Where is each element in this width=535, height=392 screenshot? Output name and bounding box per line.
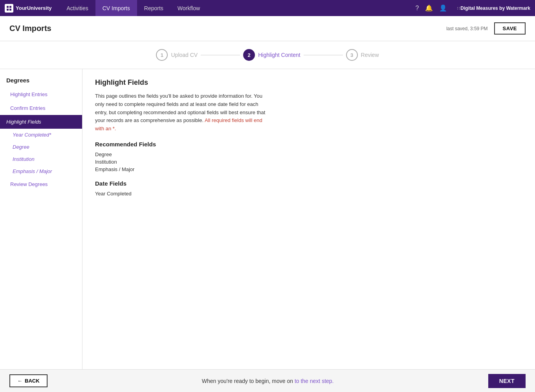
- logo-icon: [5, 4, 13, 13]
- recommended-fields-heading: Recommended Fields: [95, 141, 522, 148]
- back-button[interactable]: ← BACK: [9, 374, 48, 387]
- logo: YourUniversity: [5, 4, 52, 13]
- sidebar-item-highlight-entries[interactable]: Highlight Entries: [0, 88, 82, 101]
- sidebar-subitem-degree[interactable]: Degree: [0, 141, 82, 153]
- step-connector-2: [304, 55, 343, 55]
- stepper: 1 Upload CV 2 Highlight Content 3 Review: [0, 41, 535, 69]
- step-3-label: Review: [361, 52, 379, 58]
- footer-message: When you're ready to begin, move on to t…: [202, 378, 334, 384]
- step-1-circle: 1: [156, 49, 168, 61]
- svg-rect-3: [9, 9, 11, 11]
- recommended-field-degree: Degree: [95, 151, 522, 157]
- step-1: 1 Upload CV: [156, 49, 198, 61]
- brand-name: Digital Measures: [460, 5, 498, 11]
- sidebar-section-title: Degrees: [0, 77, 82, 88]
- back-arrow-icon: ←: [17, 378, 22, 384]
- step-3: 3 Review: [346, 49, 379, 61]
- step-2-circle: 2: [243, 49, 255, 61]
- next-button[interactable]: NEXT: [488, 374, 526, 388]
- sidebar-item-confirm-entries[interactable]: Confirm Entries: [0, 101, 82, 115]
- content-area: Highlight Fields This page outlines the …: [82, 69, 535, 369]
- brand-label: ∷Digital Measures by Watermark: [457, 5, 530, 11]
- user-icon[interactable]: 👤: [439, 4, 447, 12]
- top-nav: YourUniversity Activities CV Imports Rep…: [0, 0, 535, 16]
- date-fields-heading: Date Fields: [95, 180, 522, 187]
- notification-icon[interactable]: 🔔: [425, 4, 433, 12]
- brand-suffix: by Watermark: [499, 5, 530, 11]
- last-saved-label: last saved, 3:59 PM: [446, 26, 487, 31]
- nav-cv-imports[interactable]: CV Imports: [95, 0, 137, 16]
- nav-activities[interactable]: Activities: [60, 0, 95, 16]
- step-connector-1: [201, 55, 240, 55]
- svg-rect-1: [9, 6, 11, 8]
- sidebar-item-highlight-fields[interactable]: Highlight Fields: [0, 115, 82, 129]
- header-bar: CV Imports last saved, 3:59 PM SAVE: [0, 16, 535, 41]
- sidebar-subitem-year-completed[interactable]: Year Completed*: [0, 129, 82, 141]
- page-title: CV Imports: [9, 24, 51, 33]
- nav-reports[interactable]: Reports: [137, 0, 170, 16]
- date-fields-list: Year Completed: [95, 191, 522, 197]
- step-3-circle: 3: [346, 49, 358, 61]
- nav-right-icons: ? 🔔 👤 ∷Digital Measures by Watermark: [415, 4, 530, 12]
- step-2-label: Highlight Content: [258, 52, 300, 58]
- sidebar: Degrees Highlight Entries Confirm Entrie…: [0, 69, 82, 369]
- recommended-field-institution: Institution: [95, 159, 522, 165]
- nav-workflow[interactable]: Workflow: [170, 0, 207, 16]
- save-button[interactable]: SAVE: [494, 22, 526, 35]
- help-icon[interactable]: ?: [415, 5, 419, 12]
- footer-message-link[interactable]: to the next step.: [295, 378, 334, 384]
- recommended-field-emphasis-major: Emphasis / Major: [95, 166, 522, 172]
- content-description: This page outlines the fields you'll be …: [95, 92, 268, 133]
- save-area: last saved, 3:59 PM SAVE: [446, 22, 526, 35]
- svg-rect-0: [7, 6, 9, 8]
- logo-text: YourUniversity: [16, 5, 52, 11]
- step-2: 2 Highlight Content: [243, 49, 300, 61]
- main-nav: Activities CV Imports Reports Workflow: [60, 0, 416, 16]
- sidebar-subitem-emphasis-major[interactable]: Emphasis / Major: [0, 165, 82, 177]
- recommended-fields-list: Degree Institution Emphasis / Major: [95, 151, 522, 172]
- date-field-year-completed: Year Completed: [95, 191, 522, 197]
- sidebar-subitem-institution[interactable]: Institution: [0, 153, 82, 165]
- svg-rect-2: [7, 9, 9, 11]
- step-1-label: Upload CV: [171, 52, 198, 58]
- content-title: Highlight Fields: [95, 78, 522, 87]
- main-layout: Degrees Highlight Entries Confirm Entrie…: [0, 69, 535, 369]
- sidebar-item-review-degrees[interactable]: Review Degrees: [0, 177, 82, 191]
- footer-message-plain: When you're ready to begin, move on: [202, 378, 293, 384]
- back-label: BACK: [25, 378, 40, 384]
- footer: ← BACK When you're ready to begin, move …: [0, 369, 535, 392]
